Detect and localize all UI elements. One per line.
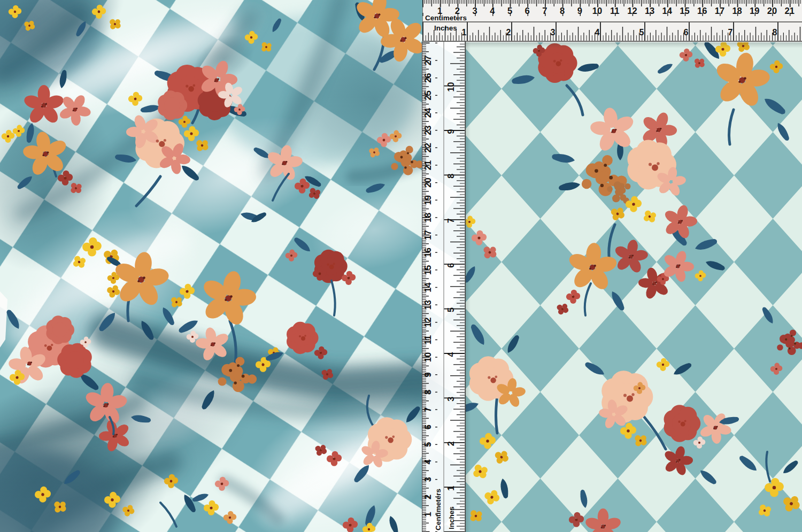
svg-text:9: 9 <box>446 129 456 134</box>
svg-text:18: 18 <box>732 6 742 16</box>
svg-text:6: 6 <box>525 6 530 16</box>
svg-text:12: 12 <box>627 6 637 16</box>
svg-text:3: 3 <box>473 6 477 16</box>
svg-text:7: 7 <box>542 6 547 16</box>
svg-text:Inches: Inches <box>434 24 457 32</box>
svg-text:9: 9 <box>577 6 582 16</box>
svg-text:Centimeters: Centimeters <box>434 489 442 530</box>
svg-text:16: 16 <box>697 6 707 16</box>
svg-text:11: 11 <box>423 335 433 344</box>
svg-text:9: 9 <box>423 372 433 377</box>
svg-text:14: 14 <box>423 282 433 292</box>
svg-text:21: 21 <box>785 6 795 16</box>
svg-text:10: 10 <box>446 82 456 92</box>
svg-text:8: 8 <box>773 28 777 37</box>
svg-text:19: 19 <box>423 195 433 205</box>
svg-text:3: 3 <box>423 477 433 482</box>
svg-text:6: 6 <box>423 425 433 429</box>
svg-text:18: 18 <box>423 213 433 222</box>
svg-text:15: 15 <box>423 265 433 275</box>
svg-text:2: 2 <box>506 28 511 37</box>
svg-text:7: 7 <box>446 218 456 223</box>
svg-text:4: 4 <box>446 352 456 357</box>
svg-text:3: 3 <box>446 397 456 402</box>
svg-text:Centimeters: Centimeters <box>425 14 467 22</box>
svg-text:4: 4 <box>490 6 495 16</box>
svg-text:10: 10 <box>423 352 433 362</box>
svg-text:1: 1 <box>423 512 433 516</box>
svg-text:8: 8 <box>446 174 456 179</box>
svg-text:14: 14 <box>662 6 673 16</box>
svg-text:3: 3 <box>551 28 556 37</box>
svg-text:20: 20 <box>423 178 433 187</box>
svg-text:22: 22 <box>423 143 433 152</box>
svg-text:16: 16 <box>423 248 433 257</box>
svg-text:23: 23 <box>423 126 433 135</box>
svg-text:1: 1 <box>462 28 467 37</box>
svg-text:8: 8 <box>560 6 565 16</box>
svg-text:21: 21 <box>423 160 433 170</box>
svg-text:5: 5 <box>446 307 456 312</box>
svg-text:25: 25 <box>423 90 433 100</box>
svg-text:8: 8 <box>423 390 433 395</box>
svg-text:24: 24 <box>423 107 433 118</box>
svg-text:17: 17 <box>423 230 433 240</box>
svg-text:7: 7 <box>728 28 733 37</box>
svg-text:13: 13 <box>423 300 433 310</box>
svg-text:5: 5 <box>423 442 433 447</box>
svg-text:11: 11 <box>610 6 619 16</box>
svg-text:7: 7 <box>423 407 433 412</box>
svg-text:5: 5 <box>507 6 512 16</box>
svg-text:2: 2 <box>423 495 433 499</box>
svg-text:17: 17 <box>715 6 724 16</box>
svg-text:4: 4 <box>423 459 433 465</box>
svg-text:20: 20 <box>767 6 777 16</box>
svg-text:10: 10 <box>592 6 602 16</box>
svg-text:19: 19 <box>750 6 759 16</box>
svg-text:6: 6 <box>446 263 456 268</box>
svg-text:1: 1 <box>446 486 456 491</box>
svg-text:15: 15 <box>680 6 689 16</box>
svg-text:12: 12 <box>423 318 433 327</box>
svg-text:4: 4 <box>595 28 600 37</box>
svg-text:6: 6 <box>684 28 689 37</box>
svg-text:2: 2 <box>446 441 456 446</box>
svg-text:5: 5 <box>639 28 644 37</box>
svg-text:Inches: Inches <box>448 506 456 529</box>
svg-text:13: 13 <box>645 6 654 16</box>
svg-text:27: 27 <box>423 56 433 65</box>
svg-text:26: 26 <box>423 73 433 83</box>
